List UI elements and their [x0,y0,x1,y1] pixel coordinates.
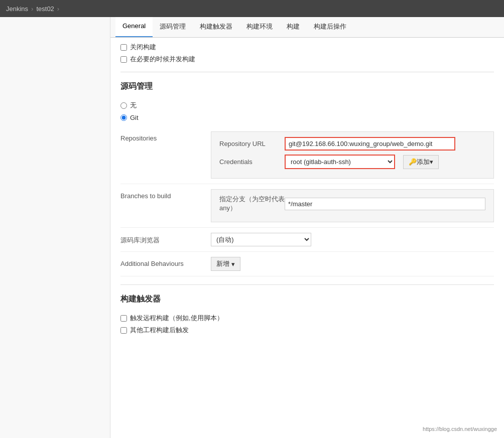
additional-behaviours-label: Additional Behaviours [120,257,211,267]
divider-triggers [120,284,494,285]
tab-post[interactable]: 构建后操作 [307,17,353,37]
divider-scm [120,72,494,72]
source-browser-value: (自动) [211,233,494,246]
tab-scm[interactable]: 源码管理 [153,17,193,37]
branches-field: Branches to build 指定分支（为空时代表any） [120,184,494,228]
project-link[interactable]: test02 [36,5,54,13]
build-trigger-title: 构建触发器 [120,294,494,307]
form-content: 关闭构建 在必要的时候并发构建 源码管理 无 Git [110,38,504,349]
radio-none[interactable] [120,102,127,109]
sidebar [0,17,110,438]
repo-url-label: Repository URL [219,140,285,148]
trigger-other-checkbox[interactable] [120,327,127,334]
topbar: Jenkins › test02 › [0,0,504,17]
repositories-value: Repository URL Credentials root (gitlab-… [211,131,494,179]
repos-grid: Repository URL Credentials root (gitlab-… [211,131,494,179]
branches-grid: 指定分支（为空时代表any） [211,189,494,222]
repo-url-row: Repository URL [219,137,485,151]
credentials-row: Credentials root (gitlab-auth-ssh) 🔑 添加 … [219,155,485,169]
source-browser-field: 源码库浏览器 (自动) [120,228,494,252]
radio-git[interactable] [120,114,127,121]
checkbox-concurrent[interactable] [120,56,127,63]
watermark: https://blog.csdn.net/wuxingge [421,425,499,433]
radio-git-item: Git [120,114,494,121]
credentials-label: Credentials [219,158,285,166]
jenkins-link[interactable]: Jenkins [6,5,28,13]
tab-triggers[interactable]: 构建触发器 [193,17,239,37]
trigger-other-item: 其他工程构建后触发 [120,326,494,335]
additional-behaviours-field: Additional Behaviours 新增 ▾ [120,252,494,276]
trigger-remote-checkbox[interactable] [120,315,127,322]
breadcrumb-sep2: › [57,5,59,13]
breadcrumb-sep1: › [31,5,33,13]
credentials-select[interactable]: root (gitlab-auth-ssh) [285,155,395,169]
source-browser-label: 源码库浏览器 [120,233,211,245]
tab-env[interactable]: 构建环境 [239,17,280,37]
tab-general[interactable]: General [115,17,153,37]
checkbox-disable-label: 关闭构建 [130,43,156,52]
repositories-label: Repositories [120,131,211,142]
tab-bar: General 源码管理 构建触发器 构建环境 构建 构建后操作 [110,17,504,38]
checkbox-disable[interactable] [120,44,127,51]
trigger-remote-label: 触发远程构建（例如,使用脚本） [130,314,223,323]
branch-hint-label: 指定分支（为空时代表any） [219,195,285,213]
add-btn-label: 添加 [417,158,430,167]
new-btn-label: 新增 [216,259,229,268]
repo-url-input[interactable] [285,137,455,151]
credentials-value-group: root (gitlab-auth-ssh) 🔑 添加 ▾ [285,155,485,169]
scm-section-title: 源码管理 [120,81,494,94]
tab-build[interactable]: 构建 [280,17,307,37]
dropdown-chevron-icon: ▾ [231,260,235,268]
branches-value: 指定分支（为空时代表any） [211,189,494,222]
source-browser-select[interactable]: (自动) [211,233,311,246]
content-area: General 源码管理 构建触发器 构建环境 构建 构建后操作 关闭构建 在必… [110,17,504,438]
main-container: General 源码管理 构建触发器 构建环境 构建 构建后操作 关闭构建 在必… [0,17,504,438]
branch-input-wrapper [285,198,485,210]
trigger-remote-item: 触发远程构建（例如,使用脚本） [120,314,494,323]
dropdown-arrow-icon: ▾ [430,158,433,166]
repositories-field: Repositories Repository URL Credentials [120,126,494,184]
top-checkboxes: 关闭构建 在必要的时候并发构建 [120,43,494,64]
radio-none-item: 无 [120,101,494,110]
branch-input[interactable] [285,198,485,210]
checkbox-item-concurrent: 在必要的时候并发构建 [120,55,494,64]
radio-git-label: Git [130,114,139,121]
branch-specifier-row: 指定分支（为空时代表any） [219,195,485,213]
checkbox-item-disable: 关闭构建 [120,43,494,52]
new-behaviour-button[interactable]: 新增 ▾ [211,257,240,271]
add-credentials-button[interactable]: 🔑 添加 ▾ [403,155,439,169]
radio-none-label: 无 [130,101,137,110]
repo-url-value [285,137,485,151]
build-trigger-checkboxes: 触发远程构建（例如,使用脚本） 其他工程构建后触发 [120,314,494,335]
trigger-other-label: 其他工程构建后触发 [130,326,189,335]
additional-behaviours-value: 新增 ▾ [211,257,494,271]
key-icon: 🔑 [409,158,417,166]
scm-radio-group: 无 Git [120,101,494,121]
checkbox-concurrent-label: 在必要的时候并发构建 [130,55,195,64]
branches-label: Branches to build [120,189,211,200]
